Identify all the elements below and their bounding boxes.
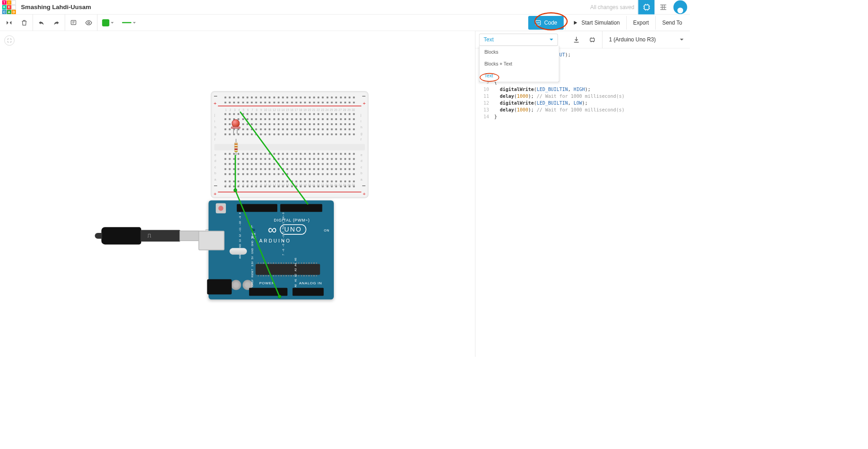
svg-rect-0: [644, 5, 648, 9]
code-mode-menu: Blocks Blocks + Text Text: [479, 46, 559, 82]
annotation-button[interactable]: [67, 16, 80, 29]
trash-icon: [20, 19, 28, 26]
play-icon: [572, 20, 578, 26]
mirror-button[interactable]: [3, 16, 15, 29]
toggle-visibility-button[interactable]: [82, 16, 95, 29]
zoom-to-fit-button[interactable]: [5, 35, 15, 45]
caret-down-icon: [680, 39, 684, 42]
code-panel: Text Blocks Blocks + Text Text 1 (Arduin…: [475, 31, 690, 357]
code-button-label: Code: [544, 20, 557, 26]
arduino-brand-label: ARDUINO: [259, 238, 291, 243]
board-select-label: 1 (Arduino Uno R3): [609, 36, 656, 43]
led-component[interactable]: [231, 119, 240, 131]
chip-icon: [643, 3, 650, 11]
redo-button[interactable]: [51, 16, 63, 29]
arduino-uno-component[interactable]: AREFGND1312~11~10~98 7~6~54~32TX→1RX←0 D…: [209, 200, 334, 299]
save-status: All changes saved: [590, 4, 634, 10]
arduino-on-label: ON: [324, 228, 329, 232]
arduino-analog-label: ANALOG IN: [299, 281, 322, 285]
download-icon: [573, 36, 580, 43]
code-mode-option-text[interactable]: Text: [480, 70, 559, 81]
usb-cable[interactable]: ⎍: [102, 225, 210, 247]
project-title[interactable]: Smashing Lahdi-Uusam: [21, 4, 91, 11]
share-label: Send To: [662, 20, 682, 26]
code-panel-toolbar: Text Blocks Blocks + Text Text 1 (Arduin…: [475, 31, 690, 48]
arduino-barrel-jack: [207, 279, 232, 294]
open-libraries-button[interactable]: [586, 34, 598, 46]
delete-button[interactable]: [18, 16, 31, 29]
export-label: Export: [633, 20, 648, 26]
code-mode-selected: Text: [484, 36, 494, 43]
export-button[interactable]: Export: [626, 16, 655, 30]
svg-point-2: [88, 22, 90, 24]
start-simulation-button[interactable]: Start Simulation: [565, 16, 626, 30]
main-toolbar: Code Start Simulation Export Send To: [0, 15, 690, 31]
circuit-view-button[interactable]: [638, 0, 655, 14]
main-area: −− ++ 1234567891011121314151617181920212…: [0, 31, 690, 357]
components-list-button[interactable]: [654, 0, 671, 14]
note-icon: [70, 19, 77, 26]
caret-down-icon: [111, 22, 113, 25]
start-simulation-label: Start Simulation: [582, 20, 620, 26]
undo-button[interactable]: [35, 16, 47, 29]
mirror-icon: [5, 19, 13, 26]
editor-gutter: 567891011121314: [475, 49, 492, 357]
wire-node[interactable]: [278, 295, 281, 298]
undo-icon: [38, 19, 45, 26]
circuit-canvas[interactable]: −− ++ 1234567891011121314151617181920212…: [0, 31, 475, 357]
caret-down-icon: [133, 22, 136, 25]
resistor-component[interactable]: [235, 139, 237, 156]
fit-icon: [7, 38, 12, 43]
arduino-digital-label: DIGITAL (PWM~): [263, 218, 321, 222]
wire-style-swatch: [122, 22, 132, 23]
svg-rect-1: [71, 20, 76, 24]
wire-style-picker[interactable]: [119, 16, 139, 29]
svg-rect-7: [590, 38, 594, 41]
wire-node[interactable]: [234, 188, 237, 192]
redo-icon: [53, 19, 60, 26]
arduino-reset-button[interactable]: [216, 203, 226, 213]
usb-icon: ⎍: [148, 232, 151, 238]
code-mode-dropdown[interactable]: Text Blocks Blocks + Text Text: [479, 34, 558, 46]
tinkercad-logo[interactable]: TIN KER CAD: [2, 0, 16, 14]
wire-color-swatch: [102, 19, 109, 26]
arduino-power-label: POWER: [259, 281, 275, 285]
editor-code[interactable]: OUTPUT); } void loop() { digitalWrite(LE…: [492, 49, 628, 357]
download-code-button[interactable]: [570, 34, 582, 46]
code-mode-option-blocks-text[interactable]: Blocks + Text: [480, 58, 559, 70]
wire-color-picker[interactable]: [100, 16, 117, 29]
board-select-dropdown[interactable]: 1 (Arduino Uno R3): [606, 34, 686, 46]
arduino-logo: ∞ UNO: [268, 224, 306, 235]
code-icon: [535, 20, 541, 26]
list-grid-icon: [659, 3, 667, 11]
arduino-l-label: L: [251, 224, 256, 228]
code-editor[interactable]: 567891011121314 OUTPUT); } void loop() {…: [475, 49, 690, 357]
app-header: TIN KER CAD Smashing Lahdi-Uusam All cha…: [0, 0, 690, 15]
user-avatar[interactable]: [674, 0, 687, 14]
code-button[interactable]: Code: [528, 16, 564, 30]
code-mode-option-blocks[interactable]: Blocks: [480, 46, 559, 58]
share-button[interactable]: Send To: [655, 16, 689, 30]
arduino-mcu-chip: [255, 264, 320, 275]
chip-small-icon: [589, 36, 596, 43]
eye-icon: [85, 19, 92, 26]
caret-down-icon: [550, 39, 553, 42]
